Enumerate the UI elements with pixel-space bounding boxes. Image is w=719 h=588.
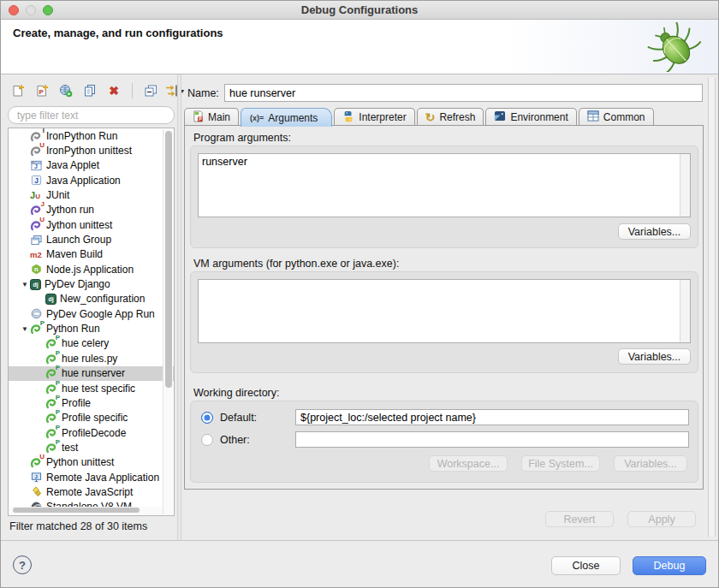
pydev-django-icon: dj bbox=[45, 294, 56, 305]
java-application-icon: J bbox=[30, 175, 43, 187]
expander-icon[interactable]: ▼ bbox=[20, 281, 30, 288]
tab-label: Common bbox=[603, 111, 645, 123]
python-run-icon: P bbox=[45, 427, 58, 439]
maven-icon: m2 bbox=[30, 250, 43, 259]
tab-arguments[interactable]: (x)=Arguments bbox=[241, 108, 332, 127]
vm-arguments-variables-button[interactable]: Variables... bbox=[618, 348, 691, 365]
textarea-scrollbar[interactable] bbox=[680, 154, 690, 217]
other-directory-input[interactable] bbox=[295, 431, 689, 448]
tree-item-jython-unittest[interactable]: UJython unittest bbox=[9, 217, 174, 232]
tree-vertical-scrollbar[interactable] bbox=[163, 129, 173, 514]
export-configurations-button[interactable] bbox=[56, 80, 76, 101]
tree-item-label: Java Applet bbox=[46, 159, 99, 171]
panel-sash[interactable] bbox=[177, 74, 181, 540]
tree-item-hue-celery[interactable]: Phue celery bbox=[9, 336, 174, 351]
tree-item-remote-java-application[interactable]: JRemote Java Application bbox=[9, 470, 174, 484]
help-button[interactable]: ? bbox=[13, 555, 32, 574]
tree-item-profile-specific[interactable]: PProfile specific bbox=[9, 411, 174, 425]
tree-item-launch-group[interactable]: Launch Group bbox=[9, 232, 174, 246]
delete-button[interactable]: ✖ bbox=[104, 80, 124, 101]
tree-item-hue-test-specific[interactable]: Phue test specific bbox=[9, 381, 174, 395]
new-prototype-button[interactable]: P bbox=[32, 80, 52, 101]
apply-button[interactable]: Apply bbox=[627, 511, 696, 527]
tree-item-java-application[interactable]: JJava Application bbox=[9, 173, 174, 187]
tree-item-label: hue runserver bbox=[62, 367, 125, 379]
program-arguments-field-wrap: runserver bbox=[198, 153, 691, 217]
svg-text:P: P bbox=[39, 88, 45, 96]
vm-arguments-label: VM arguments (for python.exe or java.exe… bbox=[193, 258, 399, 270]
tab-main[interactable]: PMain bbox=[184, 108, 239, 126]
new-configuration-button[interactable] bbox=[8, 80, 28, 101]
program-arguments-textarea[interactable]: runserver bbox=[199, 154, 690, 217]
bug-icon bbox=[646, 22, 703, 75]
close-button[interactable]: Close bbox=[551, 556, 621, 575]
tab-environment[interactable]: Environment bbox=[485, 108, 576, 126]
tree-item-junit[interactable]: JUJUnit bbox=[9, 187, 174, 202]
debug-button[interactable]: Debug bbox=[633, 556, 706, 575]
remote-javascript-icon bbox=[30, 486, 43, 498]
tree-item-node-js-application[interactable]: nNode.js Application bbox=[9, 262, 174, 276]
working-directory-group: Default: Other: Workspace... File System… bbox=[190, 401, 698, 483]
pydev-main-tab-icon: P bbox=[193, 110, 204, 125]
tree-item-label: Python Run bbox=[46, 323, 100, 335]
svg-text:J: J bbox=[34, 474, 37, 479]
tree-item-profiledecode[interactable]: PProfileDecode bbox=[9, 425, 174, 440]
name-input[interactable] bbox=[224, 84, 703, 102]
textarea-scrollbar[interactable] bbox=[680, 280, 690, 342]
tree-item-python-run[interactable]: ▼PPython Run bbox=[9, 321, 174, 336]
workspace-button[interactable]: Workspace... bbox=[429, 455, 508, 472]
default-directory-input[interactable] bbox=[295, 409, 689, 425]
program-arguments-variables-button[interactable]: Variables... bbox=[618, 223, 691, 240]
revert-button[interactable]: Revert bbox=[545, 511, 614, 527]
tree-horizontal-scrollbar[interactable] bbox=[9, 507, 163, 514]
filter-input[interactable] bbox=[8, 106, 175, 124]
filter-configurations-button[interactable]: ▾ bbox=[164, 80, 185, 101]
tree-item-pydev-django[interactable]: ▼djPyDev Django bbox=[9, 276, 174, 291]
tab-label: Refresh bbox=[439, 111, 475, 123]
vm-arguments-field-wrap bbox=[198, 279, 691, 343]
tree-item-label: JUnit bbox=[46, 189, 69, 201]
jython-icon: J bbox=[30, 204, 43, 216]
remote-java-icon: J bbox=[30, 472, 43, 484]
collapse-all-button[interactable] bbox=[140, 80, 161, 101]
tree-item-hue-rules-py[interactable]: Phue rules.py bbox=[9, 351, 174, 365]
duplicate-button[interactable] bbox=[80, 80, 100, 101]
tree-item-ironpython-run[interactable]: IIronPython Run bbox=[9, 128, 174, 143]
tree-item-remote-javascript[interactable]: Remote JavaScript bbox=[9, 484, 174, 499]
tree-item-label: Launch Group bbox=[46, 234, 111, 246]
filter-status-text: Filter matched 28 of 30 items bbox=[9, 520, 147, 532]
tab-bar: PMain(x)=ArgumentsInterpreter↻RefreshEnv… bbox=[184, 107, 656, 126]
tree-item-label: PyDev Django bbox=[45, 278, 110, 290]
tree-item-test[interactable]: Ptest bbox=[9, 440, 174, 454]
right-scroll-track[interactable] bbox=[708, 78, 716, 537]
other-label: Other: bbox=[220, 434, 273, 446]
tab-common[interactable]: Common bbox=[579, 108, 654, 126]
tree-item-maven-build[interactable]: m2Maven Build bbox=[9, 247, 174, 262]
debug-configurations-dialog: Debug Configurations Create, manage, and… bbox=[0, 0, 719, 588]
vm-arguments-textarea[interactable] bbox=[199, 280, 690, 342]
expander-icon[interactable]: ▼ bbox=[20, 325, 30, 333]
directory-variables-button[interactable]: Variables... bbox=[614, 455, 687, 472]
tab-refresh[interactable]: ↻Refresh bbox=[417, 108, 484, 126]
tab-interpreter[interactable]: Interpreter bbox=[334, 108, 414, 126]
nodejs-icon: n bbox=[30, 264, 43, 276]
tree-item-ironpython-unittest[interactable]: UIronPython unittest bbox=[9, 143, 174, 157]
tree-item-pydev-google-app-run[interactable]: PyDev Google App Run bbox=[9, 306, 174, 321]
tree-item-new-configuration[interactable]: djNew_configuration bbox=[9, 292, 174, 306]
scrollbar-thumb[interactable] bbox=[13, 508, 140, 513]
window-title: Debug Configurations bbox=[1, 3, 718, 16]
title-bar: Debug Configurations bbox=[1, 1, 718, 20]
tree-item-jython-run[interactable]: JJython run bbox=[9, 203, 174, 217]
tree-item-hue-runserver[interactable]: Phue runserver bbox=[9, 366, 174, 381]
tree-item-profile[interactable]: PProfile bbox=[9, 395, 174, 410]
other-radio[interactable] bbox=[201, 434, 213, 446]
tree-item-label: New_configuration bbox=[60, 293, 145, 305]
scrollbar-thumb[interactable] bbox=[165, 131, 172, 388]
tab-label: Interpreter bbox=[359, 111, 406, 123]
tree-item-python-unittest[interactable]: UPython unittest bbox=[9, 455, 174, 470]
tree-item-label: hue test specific bbox=[62, 383, 135, 395]
python-run-icon: P bbox=[45, 412, 58, 424]
file-system-button[interactable]: File System... bbox=[521, 455, 600, 472]
tree-item-java-applet[interactable]: JJava Applet bbox=[9, 158, 174, 173]
default-radio[interactable] bbox=[201, 412, 213, 424]
